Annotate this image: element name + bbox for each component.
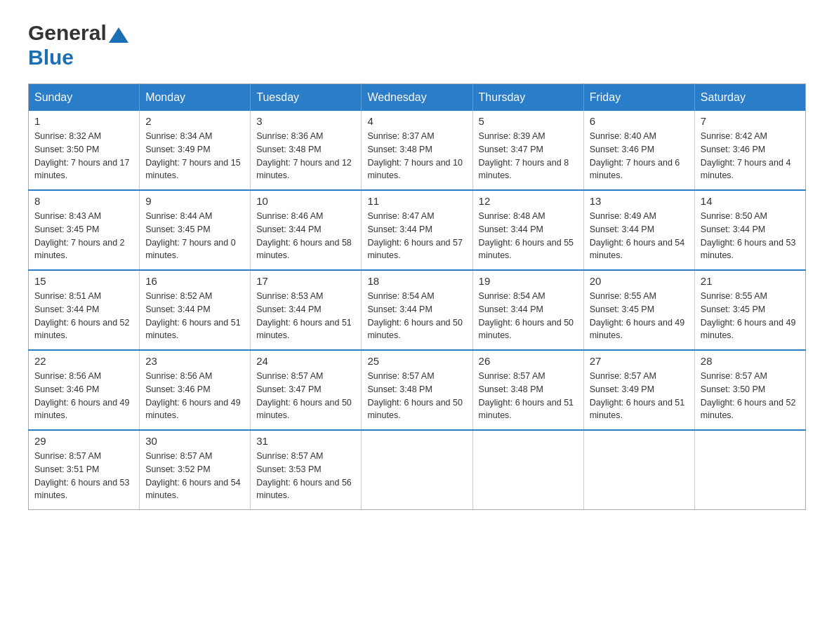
day-number: 4 xyxy=(367,115,466,127)
day-number: 15 xyxy=(34,275,133,287)
day-info: Sunrise: 8:50 AM Sunset: 3:44 PM Dayligh… xyxy=(701,210,800,262)
page-header: General Blue xyxy=(28,21,806,69)
logo-blue-line: Blue xyxy=(28,46,74,69)
calendar-cell xyxy=(362,430,472,510)
day-number: 30 xyxy=(145,435,244,447)
day-number: 2 xyxy=(145,115,244,127)
calendar-cell: 19 Sunrise: 8:54 AM Sunset: 3:44 PM Dayl… xyxy=(472,270,583,350)
day-info: Sunrise: 8:56 AM Sunset: 3:46 PM Dayligh… xyxy=(145,370,244,422)
calendar-cell: 21 Sunrise: 8:55 AM Sunset: 3:45 PM Dayl… xyxy=(694,270,805,350)
calendar-cell: 17 Sunrise: 8:53 AM Sunset: 3:44 PM Dayl… xyxy=(251,270,362,350)
day-info: Sunrise: 8:52 AM Sunset: 3:44 PM Dayligh… xyxy=(145,290,244,342)
day-number: 24 xyxy=(256,355,355,367)
day-number: 21 xyxy=(701,275,800,287)
weekday-header-saturday: Saturday xyxy=(694,84,805,112)
calendar-cell: 16 Sunrise: 8:52 AM Sunset: 3:44 PM Dayl… xyxy=(140,270,251,350)
day-info: Sunrise: 8:49 AM Sunset: 3:44 PM Dayligh… xyxy=(590,210,689,262)
day-info: Sunrise: 8:46 AM Sunset: 3:44 PM Dayligh… xyxy=(256,210,355,262)
calendar-week-row: 1 Sunrise: 8:32 AM Sunset: 3:50 PM Dayli… xyxy=(29,111,806,190)
calendar-cell: 30 Sunrise: 8:57 AM Sunset: 3:52 PM Dayl… xyxy=(140,430,251,510)
logo-general-text: General xyxy=(28,21,107,44)
day-number: 3 xyxy=(256,115,355,127)
logo-triangle-icon xyxy=(109,27,128,43)
day-number: 31 xyxy=(256,435,355,447)
calendar-cell: 29 Sunrise: 8:57 AM Sunset: 3:51 PM Dayl… xyxy=(29,430,140,510)
calendar-week-row: 29 Sunrise: 8:57 AM Sunset: 3:51 PM Dayl… xyxy=(29,430,806,510)
day-number: 5 xyxy=(479,115,578,127)
day-number: 8 xyxy=(34,195,133,207)
calendar-week-row: 8 Sunrise: 8:43 AM Sunset: 3:45 PM Dayli… xyxy=(29,190,806,270)
calendar-cell: 15 Sunrise: 8:51 AM Sunset: 3:44 PM Dayl… xyxy=(29,270,140,350)
calendar-cell: 13 Sunrise: 8:49 AM Sunset: 3:44 PM Dayl… xyxy=(583,190,694,270)
day-info: Sunrise: 8:57 AM Sunset: 3:50 PM Dayligh… xyxy=(701,370,800,422)
calendar-cell: 5 Sunrise: 8:39 AM Sunset: 3:47 PM Dayli… xyxy=(472,111,583,190)
day-info: Sunrise: 8:36 AM Sunset: 3:48 PM Dayligh… xyxy=(256,130,355,182)
calendar-cell: 6 Sunrise: 8:40 AM Sunset: 3:46 PM Dayli… xyxy=(583,111,694,190)
day-info: Sunrise: 8:44 AM Sunset: 3:45 PM Dayligh… xyxy=(145,210,244,262)
calendar-cell xyxy=(694,430,805,510)
day-info: Sunrise: 8:53 AM Sunset: 3:44 PM Dayligh… xyxy=(256,290,355,342)
day-number: 12 xyxy=(479,195,578,207)
day-number: 19 xyxy=(479,275,578,287)
calendar-cell: 14 Sunrise: 8:50 AM Sunset: 3:44 PM Dayl… xyxy=(694,190,805,270)
calendar-cell: 22 Sunrise: 8:56 AM Sunset: 3:46 PM Dayl… xyxy=(29,350,140,430)
day-number: 10 xyxy=(256,195,355,207)
calendar-cell: 27 Sunrise: 8:57 AM Sunset: 3:49 PM Dayl… xyxy=(583,350,694,430)
day-info: Sunrise: 8:54 AM Sunset: 3:44 PM Dayligh… xyxy=(479,290,578,342)
calendar-cell: 25 Sunrise: 8:57 AM Sunset: 3:48 PM Dayl… xyxy=(362,350,472,430)
day-number: 28 xyxy=(701,355,800,367)
calendar-table: SundayMondayTuesdayWednesdayThursdayFrid… xyxy=(28,83,806,510)
calendar-cell: 23 Sunrise: 8:56 AM Sunset: 3:46 PM Dayl… xyxy=(140,350,251,430)
day-info: Sunrise: 8:34 AM Sunset: 3:49 PM Dayligh… xyxy=(145,130,244,182)
day-info: Sunrise: 8:39 AM Sunset: 3:47 PM Dayligh… xyxy=(479,130,578,182)
day-number: 7 xyxy=(701,115,800,127)
weekday-header-wednesday: Wednesday xyxy=(362,84,472,112)
calendar-cell: 26 Sunrise: 8:57 AM Sunset: 3:48 PM Dayl… xyxy=(472,350,583,430)
day-number: 23 xyxy=(145,355,244,367)
day-info: Sunrise: 8:48 AM Sunset: 3:44 PM Dayligh… xyxy=(479,210,578,262)
calendar-cell: 1 Sunrise: 8:32 AM Sunset: 3:50 PM Dayli… xyxy=(29,111,140,190)
weekday-header-thursday: Thursday xyxy=(472,84,583,112)
logo-wordmark: General xyxy=(28,21,131,44)
day-info: Sunrise: 8:56 AM Sunset: 3:46 PM Dayligh… xyxy=(34,370,133,422)
day-number: 9 xyxy=(145,195,244,207)
calendar-cell xyxy=(583,430,694,510)
day-info: Sunrise: 8:57 AM Sunset: 3:51 PM Dayligh… xyxy=(34,450,133,502)
day-number: 16 xyxy=(145,275,244,287)
calendar-cell: 7 Sunrise: 8:42 AM Sunset: 3:46 PM Dayli… xyxy=(694,111,805,190)
weekday-header-sunday: Sunday xyxy=(29,84,140,112)
calendar-cell xyxy=(472,430,583,510)
calendar-cell: 3 Sunrise: 8:36 AM Sunset: 3:48 PM Dayli… xyxy=(251,111,362,190)
calendar-cell: 10 Sunrise: 8:46 AM Sunset: 3:44 PM Dayl… xyxy=(251,190,362,270)
day-number: 18 xyxy=(367,275,466,287)
calendar-cell: 11 Sunrise: 8:47 AM Sunset: 3:44 PM Dayl… xyxy=(362,190,472,270)
day-info: Sunrise: 8:57 AM Sunset: 3:53 PM Dayligh… xyxy=(256,450,355,502)
calendar-cell: 24 Sunrise: 8:57 AM Sunset: 3:47 PM Dayl… xyxy=(251,350,362,430)
day-number: 11 xyxy=(367,195,466,207)
day-info: Sunrise: 8:55 AM Sunset: 3:45 PM Dayligh… xyxy=(701,290,800,342)
weekday-header-tuesday: Tuesday xyxy=(251,84,362,112)
weekday-header-friday: Friday xyxy=(583,84,694,112)
day-info: Sunrise: 8:37 AM Sunset: 3:48 PM Dayligh… xyxy=(367,130,466,182)
calendar-cell: 20 Sunrise: 8:55 AM Sunset: 3:45 PM Dayl… xyxy=(583,270,694,350)
day-info: Sunrise: 8:54 AM Sunset: 3:44 PM Dayligh… xyxy=(367,290,466,342)
calendar-cell: 9 Sunrise: 8:44 AM Sunset: 3:45 PM Dayli… xyxy=(140,190,251,270)
day-info: Sunrise: 8:57 AM Sunset: 3:48 PM Dayligh… xyxy=(479,370,578,422)
calendar-cell: 31 Sunrise: 8:57 AM Sunset: 3:53 PM Dayl… xyxy=(251,430,362,510)
weekday-header-monday: Monday xyxy=(140,84,251,112)
day-info: Sunrise: 8:42 AM Sunset: 3:46 PM Dayligh… xyxy=(701,130,800,182)
day-info: Sunrise: 8:57 AM Sunset: 3:52 PM Dayligh… xyxy=(145,450,244,502)
day-number: 14 xyxy=(701,195,800,207)
calendar-cell: 12 Sunrise: 8:48 AM Sunset: 3:44 PM Dayl… xyxy=(472,190,583,270)
weekday-header-row: SundayMondayTuesdayWednesdayThursdayFrid… xyxy=(29,84,806,112)
calendar-cell: 2 Sunrise: 8:34 AM Sunset: 3:49 PM Dayli… xyxy=(140,111,251,190)
day-number: 26 xyxy=(479,355,578,367)
day-info: Sunrise: 8:55 AM Sunset: 3:45 PM Dayligh… xyxy=(590,290,689,342)
day-info: Sunrise: 8:43 AM Sunset: 3:45 PM Dayligh… xyxy=(34,210,133,262)
day-info: Sunrise: 8:57 AM Sunset: 3:48 PM Dayligh… xyxy=(367,370,466,422)
day-number: 6 xyxy=(590,115,689,127)
day-number: 29 xyxy=(34,435,133,447)
calendar-cell: 18 Sunrise: 8:54 AM Sunset: 3:44 PM Dayl… xyxy=(362,270,472,350)
calendar-cell: 8 Sunrise: 8:43 AM Sunset: 3:45 PM Dayli… xyxy=(29,190,140,270)
day-number: 1 xyxy=(34,115,133,127)
